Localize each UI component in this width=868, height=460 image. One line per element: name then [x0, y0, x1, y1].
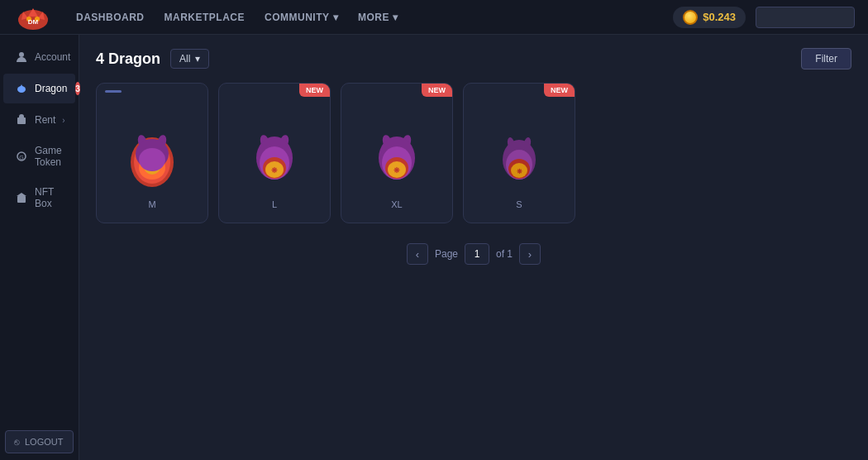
- sidebar-account-label: Account: [35, 51, 70, 63]
- nav-marketplace[interactable]: MARKETPLACE: [165, 12, 246, 23]
- sidebar: Account Dragon 3 Rent ›: [0, 35, 79, 460]
- dragon-egg-xl: ❋: [364, 125, 430, 191]
- chevron-right-icon: ›: [62, 116, 64, 125]
- cards-grid: ❋ M New ❋: [96, 83, 851, 223]
- sidebar-item-dragon[interactable]: Dragon 3: [3, 74, 75, 103]
- rent-icon: [15, 113, 28, 127]
- content-area: 4 Dragon All ▾ Filter ❋: [79, 35, 868, 460]
- card-l-label: L: [272, 199, 277, 209]
- prev-page-button[interactable]: ‹: [407, 243, 428, 265]
- top-navigation: DM DASHBOARD MARKETPLACE COMMUNITY ▾ MOR…: [0, 0, 868, 35]
- token-icon: G: [15, 150, 28, 163]
- sidebar-item-rent[interactable]: Rent ›: [3, 105, 75, 135]
- card-m-label: M: [148, 199, 155, 209]
- nav-links: DASHBOARD MARKETPLACE COMMUNITY ▾ MORE ▾: [76, 12, 656, 23]
- content-header: 4 Dragon All ▾ Filter: [96, 48, 851, 69]
- coin-icon: [683, 10, 698, 25]
- box-icon: [15, 191, 28, 204]
- logout-button[interactable]: ⎋ LOGOUT: [5, 430, 74, 453]
- svg-text:❋: ❋: [517, 168, 522, 175]
- logout-icon: ⎋: [14, 437, 20, 447]
- dragon-card-xl[interactable]: New ❋ XL: [341, 83, 453, 223]
- search-input[interactable]: [756, 7, 855, 28]
- dragon-icon: [15, 82, 28, 95]
- sidebar-item-account[interactable]: Account: [3, 42, 75, 72]
- svg-point-7: [19, 52, 24, 57]
- svg-text:DM: DM: [28, 18, 39, 26]
- new-badge-xl: New: [422, 84, 452, 97]
- sidebar-gametoken-label: Game Token: [35, 145, 64, 168]
- sidebar-rent-label: Rent: [35, 114, 55, 126]
- dragon-egg-m: ❋: [119, 125, 185, 191]
- chevron-down-icon: ▾: [195, 53, 200, 65]
- balance-display: $0.243: [673, 7, 746, 28]
- new-badge-s: New: [544, 84, 575, 97]
- nav-community[interactable]: COMMUNITY ▾: [265, 12, 338, 23]
- page-of-label: of 1: [496, 248, 513, 260]
- sidebar-item-nft-box[interactable]: NFT Box: [3, 178, 75, 218]
- sidebar-dragon-label: Dragon: [35, 83, 67, 94]
- filter-dropdown[interactable]: All ▾: [170, 49, 209, 69]
- sidebar-nftbox-label: NFT Box: [35, 186, 64, 209]
- filter-button[interactable]: Filter: [801, 48, 851, 69]
- card-xl-label: XL: [391, 199, 402, 209]
- svg-text:❋: ❋: [393, 166, 400, 175]
- dragon-card-s[interactable]: New ❋ S: [463, 83, 575, 223]
- main-layout: Account Dragon 3 Rent ›: [0, 35, 868, 460]
- nav-right: $0.243: [673, 7, 855, 28]
- svg-text:❋: ❋: [271, 166, 278, 175]
- svg-rect-10: [17, 117, 26, 124]
- logo[interactable]: DM: [13, 3, 53, 31]
- dragon-egg-l: ❋: [241, 125, 308, 191]
- card-indicator: [105, 90, 122, 93]
- next-page-button[interactable]: ›: [519, 243, 541, 265]
- svg-text:G: G: [19, 155, 23, 161]
- pagination: ‹ Page of 1 ›: [96, 243, 851, 265]
- nav-more[interactable]: MORE ▾: [358, 12, 398, 23]
- dragon-card-m[interactable]: ❋ M: [96, 83, 208, 223]
- page-number-input[interactable]: [465, 243, 489, 265]
- chevron-down-icon: ▾: [393, 12, 398, 23]
- svg-marker-9: [20, 84, 23, 88]
- user-icon: [15, 50, 28, 64]
- nav-dashboard[interactable]: DASHBOARD: [76, 12, 145, 23]
- chevron-down-icon: ▾: [333, 12, 339, 23]
- svg-point-23: [139, 148, 165, 171]
- page-title: 4 Dragon: [96, 50, 160, 68]
- card-s-label: S: [516, 199, 522, 209]
- new-badge-l: New: [299, 84, 330, 97]
- sidebar-item-game-token[interactable]: G Game Token: [3, 137, 75, 176]
- dragon-egg-s: ❋: [486, 125, 552, 191]
- page-label: Page: [435, 248, 458, 260]
- dragon-card-l[interactable]: New ❋ L: [218, 83, 331, 223]
